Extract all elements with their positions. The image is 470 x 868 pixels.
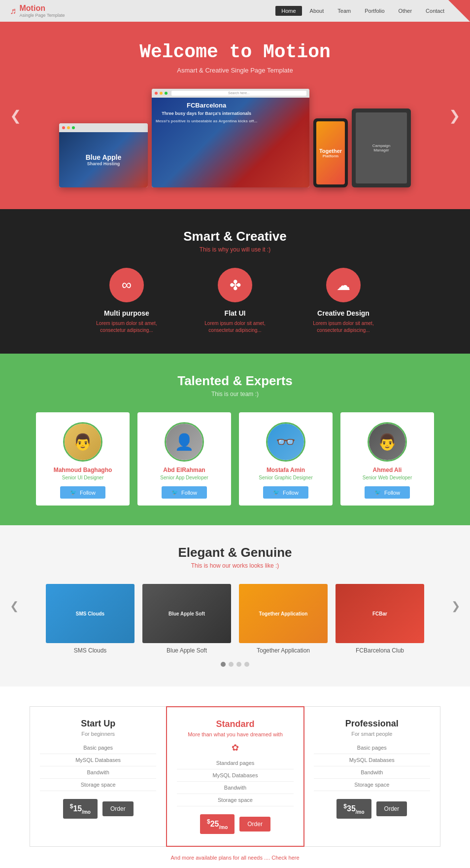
follow-btn-1[interactable]: 🐦 Follow — [162, 486, 207, 499]
portfolio-thumb-2: Together Application — [239, 584, 328, 643]
portfolio-row: SMS Clouds SMS Clouds Blue Apple Soft Bl… — [30, 584, 440, 654]
plan-name-0: Start Up — [40, 719, 156, 729]
team-role-3: Senior Web Developer — [347, 475, 427, 480]
nav-team[interactable]: Team — [332, 6, 357, 16]
plan-feature-1-2: Bandwith — [177, 782, 293, 794]
portfolio-prev-arrow[interactable]: ❮ — [10, 600, 19, 613]
portfolio-thumb-1: Blue Apple Soft — [142, 584, 231, 643]
hero-title: Welcome to Motion — [10, 41, 460, 63]
feature-desc-2: Lorem ipsum dolor sit amet, consectetur … — [304, 320, 383, 334]
feature-multipurpose: ∞ Multi purpose Lorem ipsum dolor sit am… — [87, 268, 166, 334]
hero-mockup: Blue Apple Shared Hosting Search here...… — [10, 89, 460, 187]
portfolio-label-1: Blue Apple Soft — [142, 647, 231, 654]
portfolio-thumb-3: FCBar — [336, 584, 424, 643]
nav-other[interactable]: Other — [393, 6, 418, 16]
twitter-bird-icon-3: 🐦 — [374, 489, 381, 496]
pricing-professional: Professional For smart people Basic page… — [304, 707, 440, 846]
twitter-bird-icon-0: 🐦 — [70, 489, 77, 496]
portfolio-section: Elegant & Genuine This is how our works … — [0, 525, 470, 687]
team-card-1: 👤 Abd ElRahman Senior App Developer 🐦 Fo… — [137, 412, 231, 506]
plan-tagline-2: For smart people — [314, 731, 430, 737]
order-btn-2[interactable]: Order — [376, 801, 407, 816]
team-avatar-0: 👨 — [63, 422, 102, 462]
mockup-tablet: Campaign Manager — [352, 108, 411, 187]
feature-desc-0: Lorem ipsum dolor sit amet, consectetur … — [87, 320, 166, 334]
order-btn-1[interactable]: Order — [239, 817, 270, 832]
portfolio-subtitle: This is how our works looks like :) — [30, 562, 440, 569]
portfolio-next-arrow[interactable]: ❯ — [451, 600, 460, 613]
team-role-1: Senior App Developer — [144, 475, 224, 480]
plan-price-row-2: $35/mo Order — [314, 799, 430, 819]
flatui-icon: ✤ — [218, 268, 252, 302]
brand-name: Motion — [20, 4, 45, 12]
plan-feature-1-1: MySQL Databases — [177, 769, 293, 782]
dot-2[interactable] — [236, 662, 241, 667]
team-role-2: Senior Graphic Designer — [246, 475, 326, 480]
smart-subtitle: This is why you will use it :) — [30, 246, 440, 253]
nav-about[interactable]: About — [304, 6, 330, 16]
hero-next-arrow[interactable]: ❯ — [449, 108, 460, 124]
team-avatar-1: 👤 — [165, 422, 204, 462]
plan-price-row-1: $25/mo Order — [177, 814, 293, 834]
plan-feature-2-1: MySQL Databases — [314, 754, 430, 766]
twitter-bird-icon-1: 🐦 — [171, 489, 178, 496]
dot-3[interactable] — [244, 662, 249, 667]
portfolio-item-3[interactable]: FCBar FCBarcelona Club — [336, 584, 424, 654]
plan-name-2: Professional — [314, 719, 430, 729]
brand-sub: Asingle Page Template — [20, 13, 65, 18]
portfolio-item-0[interactable]: SMS Clouds SMS Clouds — [46, 584, 134, 654]
nav-home[interactable]: Home — [275, 6, 302, 16]
multipurpose-icon: ∞ — [109, 268, 144, 302]
dot-1[interactable] — [229, 662, 234, 667]
team-grid: 👨 Mahmoud Baghagho Senior UI Designer 🐦 … — [20, 412, 450, 506]
feature-desc-1: Lorem ipsum dolor sit amet, consectetur … — [196, 320, 274, 334]
team-avatar-2: 👓 — [266, 422, 305, 462]
nav-portfolio[interactable]: Portfolio — [359, 6, 390, 16]
hero-section: ❮ Welcome to Motion Asmart & Creative Si… — [0, 22, 470, 209]
plan-price-row-0: $15/mo Order — [40, 799, 156, 819]
team-card-0: 👨 Mahmoud Baghagho Senior UI Designer 🐦 … — [36, 412, 130, 506]
pricing-standard: Standard More than what you have dreamed… — [166, 706, 304, 847]
team-card-3: 👨 Ahmed Ali Senior Web Developer 🐦 Follo… — [340, 412, 434, 506]
team-name-2: Mostafa Amin — [246, 467, 326, 473]
mockup-browser: Search here... FCBarcelona Three busy da… — [152, 89, 309, 187]
mockup-phone: Together Platform — [313, 118, 348, 187]
order-btn-0[interactable]: Order — [102, 801, 134, 816]
feature-name-1: Flat UI — [196, 309, 274, 317]
plan-feature-2-2: Bandwith — [314, 766, 430, 779]
plan-feature-2-3: Storage space — [314, 779, 430, 791]
portfolio-item-2[interactable]: Together Application Together Applicatio… — [239, 584, 328, 654]
nav-links: Home About Team Portfolio Other Contact — [275, 6, 450, 16]
feature-creative: ☁ Creative Design Lorem ipsum dolor sit … — [304, 268, 383, 334]
plan-feature-0-1: MySQL Databases — [40, 754, 156, 766]
brand-icon: ♬ — [10, 6, 17, 16]
portfolio-item-1[interactable]: Blue Apple Soft Blue Apple Soft — [142, 584, 231, 654]
plan-feature-0-0: Basic pages — [40, 742, 156, 754]
nav-contact[interactable]: Contact — [420, 6, 450, 16]
feature-flatui: ✤ Flat UI Lorem ipsum dolor sit amet, co… — [196, 268, 274, 334]
mockup-laptop: Blue Apple Shared Hosting — [59, 123, 148, 187]
pricing-section: Start Up For beginners Basic pages MySQL… — [0, 687, 470, 868]
features-grid: ∞ Multi purpose Lorem ipsum dolor sit am… — [30, 268, 440, 334]
portfolio-dots — [30, 662, 440, 667]
team-card-2: 👓 Mostafa Amin Senior Graphic Designer 🐦… — [239, 412, 333, 506]
dot-0[interactable] — [221, 662, 226, 667]
plan-tagline-1: More than what you have dreamed with — [177, 731, 293, 737]
team-name-0: Mahmoud Baghagho — [43, 467, 123, 473]
plan-tagline-0: For beginners — [40, 731, 156, 737]
follow-btn-0[interactable]: 🐦 Follow — [60, 486, 105, 499]
plan-feature-0-2: Bandwith — [40, 766, 156, 779]
team-role-0: Senior UI Designer — [43, 475, 123, 480]
follow-btn-2[interactable]: 🐦 Follow — [263, 486, 308, 499]
portfolio-label-2: Together Application — [239, 647, 328, 654]
twitter-bird-icon-2: 🐦 — [273, 489, 280, 496]
brand: ♬ Motion Asingle Page Template — [10, 4, 65, 18]
navbar: ♬ Motion Asingle Page Template Home Abou… — [0, 0, 470, 22]
plan-feature-1-0: Standard pages — [177, 757, 293, 769]
team-title: Talented & Experts — [20, 373, 450, 389]
team-subtitle: This is our team :) — [20, 391, 450, 398]
team-avatar-3: 👨 — [368, 422, 407, 462]
plan-feature-0-3: Storage space — [40, 779, 156, 791]
team-section: Talented & Experts This is our team :) 👨… — [0, 354, 470, 525]
follow-btn-3[interactable]: 🐦 Follow — [365, 486, 410, 499]
